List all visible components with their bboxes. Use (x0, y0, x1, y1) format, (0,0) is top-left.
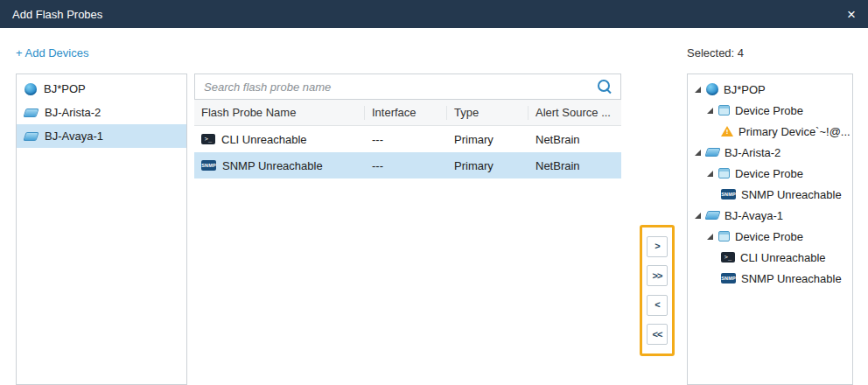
dialog-titlebar: Add Flash Probes × (0, 0, 868, 28)
tree-node-label: BJ-Avaya-1 (724, 209, 783, 222)
add-flash-probes-dialog: Add Flash Probes × + Add Devices Selecte… (0, 0, 868, 385)
tree-node-device-probe[interactable]: Device Probe (688, 163, 852, 184)
probe-icon (718, 105, 730, 116)
device-icon (23, 132, 38, 141)
transfer-buttons-highlight: > >> < << (640, 225, 675, 356)
device-list-item[interactable]: BJ*POP (17, 77, 186, 101)
move-all-left-button[interactable]: << (647, 324, 668, 345)
tree-node-device-probe[interactable]: Device Probe (688, 226, 852, 247)
device-label: BJ-Arista-2 (45, 106, 101, 119)
probe-alert-source: NetBrain (528, 159, 621, 172)
warning-icon (721, 126, 733, 136)
snmp-icon (721, 189, 736, 200)
device-icon (704, 148, 720, 157)
tree-node-device[interactable]: BJ-Avaya-1 (688, 205, 852, 226)
device-icon (704, 211, 720, 220)
tree-node-device-probe[interactable]: Device Probe (688, 100, 852, 121)
tree-node-label: Device Probe (735, 167, 803, 180)
tree-node-label: BJ-Arista-2 (724, 146, 780, 159)
tree-node-label: SNMP Unreachable (741, 272, 842, 285)
device-icon (23, 108, 38, 117)
device-label: BJ*POP (44, 82, 86, 95)
selected-probes-tree: BJ*POP Device Probe Primary Device`~!@..… (687, 74, 853, 385)
probe-icon (718, 168, 730, 178)
search-icon[interactable] (598, 80, 612, 94)
add-devices-link[interactable]: + Add Devices (16, 46, 88, 60)
probe-interface: --- (365, 133, 447, 146)
globe-icon (24, 83, 37, 95)
snmp-icon (201, 160, 216, 171)
device-list-item[interactable]: BJ-Arista-2 (17, 101, 186, 124)
table-header-row: Flash Probe Name Interface Type Alert So… (194, 100, 621, 126)
probe-type: Primary (447, 159, 528, 172)
probe-interface: --- (365, 159, 447, 172)
probe-search-input[interactable] (195, 80, 598, 94)
cli-icon (201, 134, 215, 144)
device-list-item-selected[interactable]: BJ-Avaya-1 (17, 124, 186, 148)
column-header-alert-source: Alert Source ... (528, 106, 621, 120)
tree-node-device[interactable]: BJ-Arista-2 (688, 142, 852, 163)
expander-icon[interactable] (695, 87, 701, 93)
tree-node-label: CLI Unreachable (740, 251, 826, 264)
selected-count-label: Selected: 4 (687, 46, 744, 60)
tree-node-label: Device Probe (735, 104, 803, 117)
column-header-flash-probe-name: Flash Probe Name (194, 106, 365, 120)
table-row[interactable]: CLI Unreachable --- Primary NetBrain (194, 126, 621, 152)
tree-node-probe[interactable]: SNMP Unreachable (688, 184, 852, 205)
device-label: BJ-Avaya-1 (45, 130, 103, 143)
expander-icon[interactable] (707, 234, 713, 240)
device-list-panel: BJ*POP BJ-Arista-2 BJ-Avaya-1 (16, 74, 187, 385)
probe-alert-source: NetBrain (528, 133, 621, 146)
tree-node-device[interactable]: BJ*POP (688, 79, 852, 100)
cli-icon (721, 252, 735, 262)
dialog-title: Add Flash Probes (12, 8, 102, 21)
expander-icon[interactable] (695, 150, 701, 156)
tree-node-label: Primary Device`~!@... (738, 125, 850, 138)
column-header-type: Type (447, 106, 528, 120)
probe-search-box (194, 74, 621, 100)
expander-icon[interactable] (707, 171, 713, 177)
snmp-icon (721, 273, 736, 284)
move-left-button[interactable]: < (647, 295, 668, 316)
move-right-button[interactable]: > (647, 236, 668, 257)
table-row-selected[interactable]: SNMP Unreachable --- Primary NetBrain (194, 152, 621, 178)
probe-name: SNMP Unreachable (222, 159, 323, 172)
probe-name: CLI Unreachable (221, 133, 307, 146)
move-all-right-button[interactable]: >> (647, 265, 668, 286)
flash-probe-table: Flash Probe Name Interface Type Alert So… (194, 100, 621, 178)
tree-node-probe[interactable]: SNMP Unreachable (688, 268, 852, 289)
close-icon[interactable]: × (847, 7, 856, 22)
globe-icon (706, 83, 718, 95)
tree-node-label: Device Probe (735, 230, 803, 243)
tree-node-label: BJ*POP (724, 83, 766, 96)
tree-node-label: SNMP Unreachable (741, 188, 842, 201)
tree-node-probe[interactable]: CLI Unreachable (688, 247, 852, 268)
tree-node-probe[interactable]: Primary Device`~!@... (688, 121, 852, 142)
probe-type: Primary (447, 133, 528, 146)
column-header-interface: Interface (365, 106, 447, 120)
probe-icon (718, 231, 730, 242)
expander-icon[interactable] (707, 108, 713, 114)
expander-icon[interactable] (695, 213, 701, 219)
